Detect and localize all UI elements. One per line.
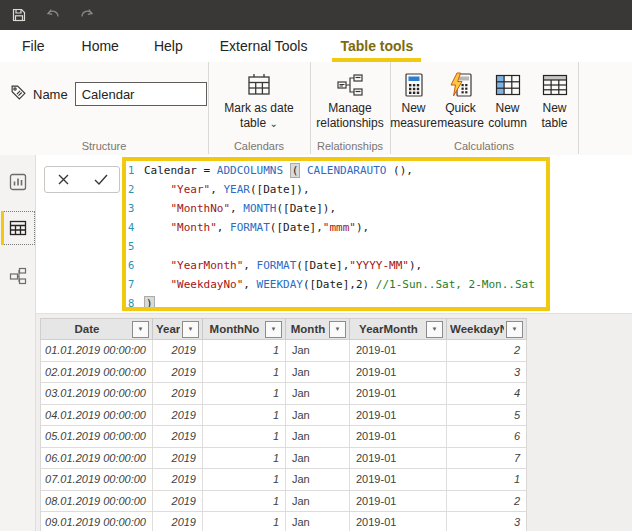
table-cell[interactable]: 3 <box>447 512 526 531</box>
table-cell[interactable]: Jan <box>286 512 350 531</box>
new-column-button[interactable]: New column <box>484 62 531 131</box>
code-text <box>140 237 144 256</box>
table-cell[interactable]: 1 <box>203 340 286 361</box>
table-cell[interactable]: 6 <box>447 426 526 447</box>
new-measure-button[interactable]: New measure <box>390 62 437 131</box>
model-view-button[interactable] <box>1 259 35 293</box>
table-cell[interactable]: 2019 <box>153 512 203 531</box>
table-cell[interactable]: Jan <box>286 469 350 490</box>
table-cell[interactable]: 1 <box>203 491 286 512</box>
table-cell[interactable]: 2019-01 <box>350 491 447 512</box>
table-cell[interactable]: 2019 <box>153 491 203 512</box>
table-cell[interactable]: 1 <box>203 383 286 404</box>
table-cell[interactable]: 2019-01 <box>350 448 447 469</box>
column-filter-button[interactable]: ▼ <box>265 321 282 338</box>
undo-icon[interactable] <box>38 0 68 30</box>
column-header-yearmonth[interactable]: YearMonth▼ <box>350 319 447 339</box>
save-icon[interactable] <box>4 0 34 30</box>
table-cell[interactable]: 09.01.2019 00:00:00 <box>41 512 153 531</box>
column-filter-button[interactable]: ▼ <box>506 321 523 338</box>
table-cell[interactable]: 07.01.2019 00:00:00 <box>41 469 153 490</box>
table-cell[interactable]: 2019 <box>153 426 203 447</box>
table-cell[interactable]: 1 <box>203 362 286 383</box>
tab-home[interactable]: Home <box>78 30 123 62</box>
code-line[interactable]: 7 "WeekdayNo", WEEKDAY([Date],2) //1-Sun… <box>126 275 546 294</box>
new-column-icon <box>495 69 521 101</box>
table-cell[interactable]: 1 <box>203 426 286 447</box>
table-cell[interactable]: Jan <box>286 340 350 361</box>
table-cell[interactable]: 4 <box>447 383 526 404</box>
column-filter-button[interactable]: ▼ <box>329 321 346 338</box>
cancel-icon[interactable] <box>50 169 78 191</box>
code-line[interactable]: 3 "MonthNo", MONTH([Date]), <box>126 199 546 218</box>
tab-external-tools[interactable]: External Tools <box>216 30 312 62</box>
dax-formula-editor[interactable]: 1Calendar = ADDCOLUMNS ( CALENDARAUTO ()… <box>126 161 546 311</box>
table-cell[interactable]: 1 <box>203 448 286 469</box>
table-cell[interactable]: 01.01.2019 00:00:00 <box>41 340 153 361</box>
table-cell[interactable]: 02.01.2019 00:00:00 <box>41 362 153 383</box>
report-view-button[interactable] <box>1 165 35 199</box>
code-line[interactable]: 4 "Month", FORMAT([Date],"mmm"), <box>126 218 546 237</box>
code-line[interactable]: 6 "YearMonth", FORMAT([Date],"YYYY-MM"), <box>126 256 546 275</box>
table-cell[interactable]: Jan <box>286 491 350 512</box>
column-filter-button[interactable]: ▼ <box>426 321 443 338</box>
table-cell[interactable]: 5 <box>447 405 526 426</box>
table-cell[interactable]: 2019-01 <box>350 340 447 361</box>
tab-help[interactable]: Help <box>150 30 187 62</box>
table-cell[interactable]: 3 <box>447 362 526 383</box>
code-line[interactable]: 5 <box>126 237 546 256</box>
table-cell[interactable]: 2019 <box>153 448 203 469</box>
table-cell[interactable]: Jan <box>286 362 350 383</box>
table-cell[interactable]: 2019-01 <box>350 512 447 531</box>
table-cell[interactable]: Jan <box>286 383 350 404</box>
table-cell[interactable]: 2019 <box>153 362 203 383</box>
table-cell[interactable]: 2019-01 <box>350 469 447 490</box>
table-cell[interactable]: 2019 <box>153 469 203 490</box>
code-line[interactable]: 1Calendar = ADDCOLUMNS ( CALENDARAUTO ()… <box>126 161 546 180</box>
data-view-button[interactable] <box>1 211 35 245</box>
table-cell[interactable]: 05.01.2019 00:00:00 <box>41 426 153 447</box>
table-cell[interactable]: 03.01.2019 00:00:00 <box>41 383 153 404</box>
commit-icon[interactable] <box>87 169 115 191</box>
table-cell[interactable]: Jan <box>286 426 350 447</box>
active-view-accent <box>1 211 4 245</box>
table-row: 05.01.2019 00:00:0020191Jan2019-016 <box>40 426 527 448</box>
code-line[interactable]: 2 "Year", YEAR([Date]), <box>126 180 546 199</box>
table-cell[interactable]: 08.01.2019 00:00:00 <box>41 491 153 512</box>
table-cell[interactable]: 06.01.2019 00:00:00 <box>41 448 153 469</box>
tab-table-tools[interactable]: Table tools <box>330 30 423 62</box>
quick-measure-button[interactable]: Quick measure <box>437 62 484 131</box>
column-filter-button[interactable]: ▼ <box>182 321 199 338</box>
column-header-weekdayno[interactable]: WeekdayNo▼ <box>447 319 526 339</box>
column-filter-button[interactable]: ▼ <box>132 321 149 338</box>
table-cell[interactable]: 2019-01 <box>350 362 447 383</box>
mark-as-date-table-button[interactable]: Mark as date table ⌄ <box>222 62 295 131</box>
table-cell[interactable]: 1 <box>203 469 286 490</box>
table-cell[interactable]: 1 <box>447 469 526 490</box>
column-header-month[interactable]: Month▼ <box>286 319 350 339</box>
column-header-year[interactable]: Year▼ <box>153 319 203 339</box>
chevron-down-icon: ⌄ <box>269 118 277 129</box>
table-cell[interactable]: 1 <box>203 512 286 531</box>
table-cell[interactable]: Jan <box>286 405 350 426</box>
column-header-monthno[interactable]: MonthNo▼ <box>203 319 286 339</box>
table-cell[interactable]: 2019-01 <box>350 405 447 426</box>
table-cell[interactable]: 04.01.2019 00:00:00 <box>41 405 153 426</box>
manage-relationships-button[interactable]: Manage relationships <box>314 62 385 131</box>
table-cell[interactable]: 2019 <box>153 340 203 361</box>
table-cell[interactable]: Jan <box>286 448 350 469</box>
table-cell[interactable]: 2019-01 <box>350 426 447 447</box>
redo-icon[interactable] <box>72 0 102 30</box>
tab-file[interactable]: File <box>18 30 49 62</box>
table-name-input[interactable] <box>75 82 207 106</box>
new-table-button[interactable]: New table <box>531 62 578 131</box>
table-cell[interactable]: 2019 <box>153 383 203 404</box>
table-cell[interactable]: 2019-01 <box>350 383 447 404</box>
table-cell[interactable]: 2 <box>447 340 526 361</box>
table-cell[interactable]: 2019 <box>153 405 203 426</box>
table-cell[interactable]: 1 <box>203 405 286 426</box>
table-cell[interactable]: 7 <box>447 448 526 469</box>
column-header-date[interactable]: Date▼ <box>41 319 153 339</box>
table-cell[interactable]: 2 <box>447 491 526 512</box>
code-line[interactable]: 8) <box>126 294 546 311</box>
